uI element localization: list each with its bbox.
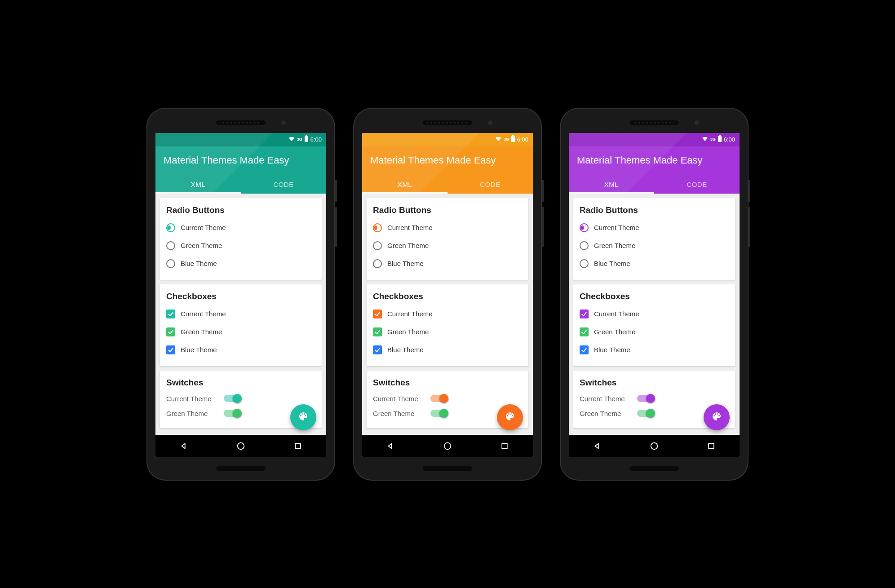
nav-home-button[interactable] [236,441,246,451]
radio-option[interactable]: Current Theme [580,219,729,237]
checkbox-card: CheckboxesCurrent ThemeGreen ThemeBlue T… [160,284,322,366]
phone-purple: 3G6:00Material Themes Made EasyXMLCODERa… [560,108,749,481]
nav-recent-button[interactable] [706,441,716,451]
checkbox-option[interactable]: Blue Theme [166,341,315,359]
switch-label: Current Theme [580,395,629,402]
app-title: Material Themes Made Easy [370,155,496,166]
screen: 3G6:00Material Themes Made EasyXMLCODERa… [569,133,740,457]
radio-card: Radio ButtonsCurrent ThemeGreen ThemeBlu… [573,198,735,280]
checkbox-option[interactable]: Current Theme [373,305,522,323]
radio-option[interactable]: Blue Theme [580,255,729,273]
radio-card: Radio ButtonsCurrent ThemeGreen ThemeBlu… [367,198,528,280]
battery-icon [304,135,309,144]
tab-xml[interactable]: XML [155,174,241,194]
checkbox-label: Current Theme [594,310,639,318]
radio-label: Current Theme [594,224,639,231]
checkbox-label: Blue Theme [594,346,630,354]
radio-icon [166,259,175,268]
wifi-icon [701,135,709,144]
tab-xml[interactable]: XML [569,174,654,194]
checkbox-icon [373,327,382,336]
network-label: 3G [710,137,716,141]
switch-option[interactable]: Current Theme [580,391,729,406]
content-area: Radio ButtonsCurrent ThemeGreen ThemeBlu… [155,194,326,435]
switch-thumb [646,409,655,418]
content-area: Radio ButtonsCurrent ThemeGreen ThemeBlu… [362,194,533,435]
radio-option[interactable]: Blue Theme [166,255,315,273]
switch-thumb [233,409,242,418]
checkbox-icon [580,345,589,354]
svg-point-10 [651,442,658,449]
tab-code[interactable]: CODE [241,174,326,194]
checkbox-option[interactable]: Current Theme [166,305,315,323]
checkbox-option[interactable]: Green Theme [166,323,315,341]
switch-track [224,410,241,417]
tab-xml[interactable]: XML [362,174,448,194]
nav-back-button[interactable] [385,441,395,451]
nav-back-button[interactable] [592,441,602,451]
content-area: Radio ButtonsCurrent ThemeGreen ThemeBlu… [569,194,740,435]
radio-option[interactable]: Current Theme [373,219,522,237]
checkbox-label: Current Theme [181,310,226,318]
switch-track [637,395,654,402]
fab-theme-button[interactable] [704,404,730,430]
phone-speaker-top [629,120,679,125]
nav-recent-button[interactable] [500,441,510,451]
checkbox-option[interactable]: Blue Theme [373,341,522,359]
radio-option[interactable]: Current Theme [166,219,315,237]
svg-point-2 [238,442,244,449]
screen: 3G6:00Material Themes Made EasyXMLCODERa… [362,133,533,457]
radio-label: Current Theme [181,224,226,231]
status-bar: 3G6:00 [155,133,326,146]
status-bar: 3G6:00 [569,133,740,146]
switch-track [430,410,448,417]
checkbox-icon [166,345,175,354]
checkbox-icon [166,309,175,318]
phone-camera [488,120,492,125]
svg-rect-9 [719,135,721,136]
checkbox-option[interactable]: Blue Theme [580,341,729,359]
svg-rect-4 [511,136,515,142]
switch-label: Green Theme [166,410,216,417]
svg-rect-1 [306,135,307,136]
radio-card-title: Radio Buttons [166,205,315,215]
nav-back-button[interactable] [179,441,189,451]
checkbox-card-title: Checkboxes [373,292,522,301]
radio-icon [580,241,589,250]
radio-label: Green Theme [594,242,635,249]
svg-rect-8 [718,136,722,142]
radio-option[interactable]: Green Theme [580,237,729,255]
tab-code[interactable]: CODE [654,174,740,194]
fab-theme-button[interactable] [497,404,523,430]
checkbox-option[interactable]: Green Theme [580,323,729,341]
radio-option[interactable]: Blue Theme [373,255,522,273]
checkbox-icon [373,309,382,318]
checkbox-option[interactable]: Green Theme [373,323,522,341]
switch-label: Current Theme [166,395,216,402]
phone-orange: 3G6:00Material Themes Made EasyXMLCODERa… [353,108,542,481]
tab-row: XMLCODE [362,174,533,194]
checkbox-label: Current Theme [387,310,433,318]
switch-thumb [233,394,242,403]
nav-home-button[interactable] [649,441,659,451]
palette-icon [711,411,722,424]
switch-thumb [439,409,448,418]
screen: 3G6:00Material Themes Made EasyXMLCODERa… [155,133,326,457]
battery-icon [511,135,515,144]
fab-theme-button[interactable] [290,404,316,430]
tab-code[interactable]: CODE [448,174,533,194]
wifi-icon [495,135,502,144]
switches-card-title: Switches [580,378,729,388]
nav-recent-button[interactable] [293,441,303,451]
checkbox-option[interactable]: Current Theme [580,305,729,323]
radio-icon [373,223,382,232]
switch-thumb [439,394,448,403]
nav-home-button[interactable] [443,441,452,451]
radio-option[interactable]: Green Theme [166,237,315,255]
radio-option[interactable]: Green Theme [373,237,522,255]
radio-label: Blue Theme [181,260,217,267]
radio-icon [373,259,382,268]
switch-option[interactable]: Current Theme [166,391,315,406]
switch-option[interactable]: Current Theme [373,391,522,406]
switch-label: Green Theme [580,410,629,417]
